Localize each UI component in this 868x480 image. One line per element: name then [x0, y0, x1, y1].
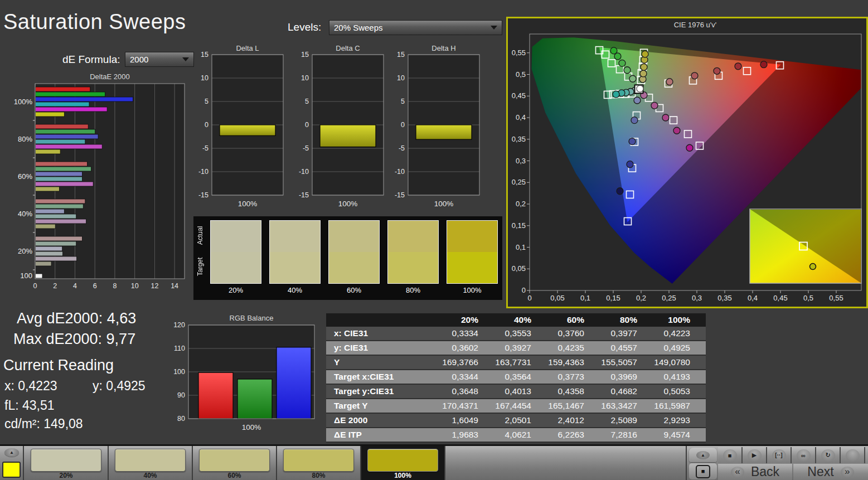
svg-text:100%: 100%	[434, 200, 454, 208]
svg-text:0,5: 0,5	[516, 70, 526, 79]
table-cell: 0,3977	[600, 327, 653, 341]
svg-text:0,35: 0,35	[717, 294, 731, 302]
tab-swatch	[31, 449, 101, 472]
table-cell: 169,3766	[441, 355, 494, 370]
row-label: ΔE ITP	[326, 428, 441, 442]
back-button[interactable]: « Back	[718, 464, 792, 480]
loop-button[interactable]: ∞	[792, 447, 816, 463]
svg-text:0,05: 0,05	[550, 294, 564, 302]
svg-text:CIE 1976 u'v': CIE 1976 u'v'	[674, 21, 717, 29]
svg-text:0,1: 0,1	[580, 294, 590, 302]
svg-text:90: 90	[177, 391, 185, 399]
patch-tab-20%[interactable]: 20%	[25, 446, 109, 480]
table-column-header: 20%	[441, 313, 494, 327]
red-measured-point	[714, 67, 720, 74]
bracket-button[interactable]: [··]	[767, 447, 792, 463]
next-button[interactable]: Next »	[793, 464, 868, 480]
target-color	[270, 252, 320, 283]
table-cell: 0,4358	[547, 384, 600, 399]
table-cell: 0,5053	[653, 384, 706, 399]
table-cell: 2,9293	[653, 413, 706, 428]
patch-tab-40%[interactable]: 40%	[109, 446, 193, 480]
table-column-header: 40%	[494, 313, 547, 327]
svg-text:0,45: 0,45	[512, 91, 526, 100]
blank-button[interactable]	[841, 447, 865, 463]
patch-cell-40%: 40%	[265, 216, 324, 300]
table-cell: 0,3344	[441, 370, 494, 384]
scroll-up-button[interactable]: ▲	[4, 448, 19, 457]
table-row: ΔE ITP1,96834,06216,22637,28169,4574	[326, 428, 706, 442]
table-cell: 149,0780	[653, 355, 706, 370]
reading-cdm2: cd/m²: 149,08	[4, 416, 83, 431]
bracket-icon: [··]	[772, 449, 786, 462]
svg-text:2: 2	[53, 282, 57, 290]
table-cell: 159,4363	[547, 355, 600, 370]
svg-text:14: 14	[171, 282, 178, 290]
table-row: Target y:CIE310,36480,40130,43580,46820,…	[326, 384, 706, 399]
cie-1976-chart: CIE 1976 u'v'000,050,050,10,10,150,150,2…	[508, 18, 866, 309]
red-measured-point	[691, 72, 698, 79]
patch-tab-60%[interactable]: 60%	[193, 446, 277, 480]
patch-tab-100%[interactable]: 100%	[361, 446, 445, 480]
refresh-icon: ↻	[821, 449, 835, 462]
svg-text:0,4: 0,4	[748, 294, 758, 302]
tab-label: 60%	[193, 472, 276, 479]
actual-color	[329, 221, 379, 252]
table-column-header: 80%	[600, 313, 653, 327]
table-cell: 0,4557	[600, 341, 653, 355]
table-cell: 165,1467	[547, 399, 600, 413]
svg-text:5: 5	[305, 98, 309, 105]
table-column-header: 60%	[547, 313, 600, 327]
table-cell: 4,0621	[494, 428, 547, 442]
actual-color	[270, 221, 320, 252]
actual-color	[447, 221, 497, 252]
magenta-measured-point	[662, 114, 669, 121]
table-cell: 0,3553	[494, 327, 547, 341]
table-cell: 0,3969	[600, 370, 653, 384]
svg-text:8: 8	[113, 282, 117, 290]
table-cell: 0,4013	[494, 384, 547, 399]
svg-text:-5: -5	[399, 144, 405, 152]
rgb-balance-chart: RGB Balance8090100110120100%	[166, 313, 323, 438]
play-button[interactable]: ▶	[743, 447, 767, 463]
deltae2000-chart: DeltaE 200002468101214100%80%60%40%20%10…	[14, 71, 188, 301]
target-color	[211, 252, 261, 283]
cie-svg: CIE 1976 u'v'000,050,050,10,10,150,150,2…	[508, 18, 866, 307]
table-row: Target Y170,4371167,4454165,1467163,3427…	[326, 399, 706, 413]
table-cell: 2,0501	[494, 413, 547, 428]
next-label: Next	[807, 464, 833, 479]
patch-label: 60%	[347, 286, 361, 294]
patch-tab-80%[interactable]: 80%	[277, 446, 361, 480]
svg-text:0,2: 0,2	[636, 294, 646, 302]
delta_l-svg: Delta L-15-10-5051015100%	[190, 45, 291, 214]
tab-label: 100%	[361, 472, 444, 479]
up-arrow-icon: ▲	[701, 453, 705, 458]
panel-up-button[interactable]: ▲	[689, 448, 717, 462]
patch-label: 100%	[463, 286, 481, 294]
svg-text:0,55: 0,55	[829, 294, 843, 302]
divider	[686, 446, 687, 480]
svg-text:100%: 100%	[242, 423, 261, 431]
de-formula-dropdown[interactable]: 2000	[125, 52, 194, 67]
patch-label: 40%	[288, 286, 302, 294]
levels-dropdown[interactable]: 20% Sweeps	[329, 20, 502, 35]
svg-text:110: 110	[174, 345, 185, 352]
table-row: ΔE 20001,60492,05012,40122,50892,9293	[326, 413, 706, 428]
table-cell: 161,5987	[653, 399, 706, 413]
svg-text:10: 10	[397, 74, 405, 82]
svg-text:0,1: 0,1	[516, 243, 526, 251]
svg-text:0: 0	[33, 282, 37, 290]
deltae2000-svg: DeltaE 200002468101214100%80%60%40%20%10…	[14, 71, 188, 299]
stop-button[interactable]: ■	[718, 447, 743, 463]
table-cell: 167,4454	[494, 399, 547, 413]
blue-measured-point	[629, 138, 636, 145]
patch-swatch	[269, 220, 321, 284]
de-formula-value: 2000	[130, 55, 179, 64]
refresh-button[interactable]: ↻	[816, 447, 841, 463]
footer-bar: ▲ 20%40%60%80%100% ▲ ■ ■▶[··]∞↻ « Back N…	[0, 444, 868, 480]
svg-text:-15: -15	[198, 191, 208, 199]
blue-measured-point	[617, 188, 623, 195]
svg-text:15: 15	[397, 51, 405, 59]
stop-button-large[interactable]: ■	[689, 463, 717, 479]
svg-text:-10: -10	[299, 168, 309, 176]
